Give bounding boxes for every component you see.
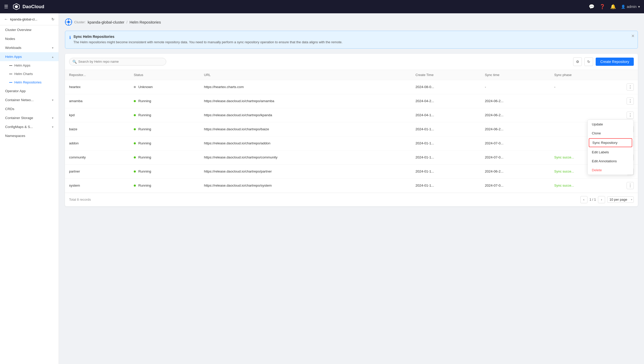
table-card: 🔍 ⚙ ↻ Create Repository Repositor... Sta (65, 54, 638, 206)
table-row: baize Running https://release.daocloud.i… (65, 122, 638, 136)
status-dot-icon (134, 142, 136, 144)
row-actions-button[interactable]: ⋮ (627, 182, 634, 189)
sync-phase-value: Sync succe... (554, 169, 574, 173)
sidebar-item-container-storage[interactable]: Container Storage ▾ (0, 113, 59, 122)
table-row: system Running https://release.daocloud.… (65, 178, 638, 192)
sync-phase-value: - (554, 85, 556, 89)
col-actions (623, 70, 638, 80)
cell-actions: ⋮ UpdateCloneSync RepositoryEdit LabelsE… (623, 108, 638, 122)
sidebar-item-cluster-overview[interactable]: Cluster Overview (0, 25, 59, 34)
prev-page-button[interactable]: ‹ (580, 196, 587, 203)
table-row: heartex Unknown https://heartex.charts.c… (65, 80, 638, 94)
cluster-label: Cluster: (74, 20, 86, 24)
search-input[interactable] (78, 60, 163, 63)
user-chevron-icon: ▾ (638, 5, 640, 9)
sidebar-item-operator-app[interactable]: Operator App (0, 87, 59, 95)
status-text: Unknown (138, 85, 153, 89)
sidebar-item-workloads[interactable]: Workloads ▾ (0, 43, 59, 52)
cell-status: Running (130, 164, 200, 178)
menu-item-update[interactable]: Update (588, 120, 633, 129)
notification-icon[interactable]: 🔔 (610, 4, 616, 9)
alert-close-button[interactable]: ✕ (631, 34, 635, 38)
status-text: Running (138, 184, 151, 187)
cell-actions: ⋮ (623, 178, 638, 192)
message-icon[interactable]: 💬 (589, 4, 594, 9)
row-actions-button[interactable]: ⋮ UpdateCloneSync RepositoryEdit LabelsE… (627, 112, 634, 119)
sub-dash-icon (9, 65, 12, 66)
sidebar-item-namespaces[interactable]: Namespaces (0, 131, 59, 140)
per-page-select[interactable]: 10 per page 20 per page 50 per page (607, 196, 634, 203)
sidebar-item-nodes[interactable]: Nodes (0, 34, 59, 43)
settings-icon-button[interactable]: ⚙ (573, 57, 582, 66)
cell-status: Running (130, 178, 200, 192)
sync-phase-value: Sync succe... (554, 184, 574, 187)
cell-name: amamba (65, 94, 130, 108)
alert-body: The Helm repositories might become incon… (73, 40, 342, 45)
col-create-time: Create Time (411, 70, 481, 80)
user-avatar-icon: 👤 (621, 5, 625, 9)
status-dot-icon (134, 185, 136, 187)
cell-name: community (65, 150, 130, 164)
cell-status: Running (130, 108, 200, 122)
menu-item-sync-repo[interactable]: Sync Repository (589, 138, 632, 147)
logo-icon (12, 3, 20, 11)
status-dot-icon (134, 170, 136, 173)
menu-item-clone[interactable]: Clone (588, 129, 633, 138)
per-page-wrapper: 10 per page 20 per page 50 per page ▾ (607, 196, 634, 203)
menu-item-edit-annotations[interactable]: Edit Annotations (588, 157, 633, 166)
alert-info-icon: ℹ (69, 35, 71, 40)
helm-apps-chevron-icon: ▴ (52, 55, 53, 59)
col-sync-phase: Sync phase (550, 70, 623, 80)
breadcrumb-page-title: Helm Repositories (129, 20, 161, 24)
cell-create-time: 2024-04-1... (411, 108, 481, 122)
sidebar-item-helm-charts[interactable]: Helm Charts (0, 70, 59, 78)
sidebar-item-helm-apps-sub[interactable]: Helm Apps (0, 61, 59, 70)
refresh-cluster-icon[interactable]: ↻ (51, 17, 54, 21)
nav-icons: 💬 ❓ 🔔 👤 admin ▾ (589, 4, 640, 9)
sidebar-item-crds[interactable]: CRDs (0, 104, 59, 113)
total-records: Total 8 records (69, 198, 91, 201)
sub-dash-icon (9, 82, 12, 83)
sidebar-item-helm-apps[interactable]: Helm Apps ▴ (0, 52, 59, 61)
repositories-table: Repositor... Status URL Create Time Sync… (65, 70, 638, 193)
menu-item-edit-labels[interactable]: Edit Labels (588, 148, 633, 157)
help-icon[interactable]: ❓ (599, 4, 605, 9)
next-page-button[interactable]: › (598, 196, 605, 203)
user-menu[interactable]: 👤 admin ▾ (621, 5, 640, 9)
sidebar-cluster-name: kpanda-global-cl... (10, 17, 49, 21)
table-footer: Total 8 records ‹ 1 / 1 › 10 per page 20… (65, 193, 638, 206)
sidebar-item-helm-repositories[interactable]: Helm Repositories (0, 78, 59, 87)
container-storage-chevron-icon: ▾ (52, 116, 53, 120)
hamburger-menu[interactable]: ☰ (4, 4, 8, 9)
cell-name: kpd (65, 108, 130, 122)
app-name: DaoCloud (23, 4, 44, 9)
col-repository: Repositor... (65, 70, 130, 80)
table-row: amamba Running https://release.daocloud.… (65, 94, 638, 108)
cell-sync-phase: - (550, 80, 623, 94)
menu-item-delete[interactable]: Delete (588, 166, 633, 175)
sidebar-item-container-network[interactable]: Container Netwo... ▾ (0, 95, 59, 104)
back-arrow-icon[interactable]: ← (4, 17, 8, 22)
table-toolbar: 🔍 ⚙ ↻ Create Repository (65, 54, 638, 70)
cell-url: https://release.daocloud.io/chartrepo/ba… (200, 122, 412, 136)
create-repository-button[interactable]: Create Repository (596, 58, 634, 66)
refresh-icon: ↻ (587, 60, 590, 64)
cell-sync-time: 2024-06-2... (481, 108, 550, 122)
status-text: Running (138, 155, 151, 159)
cell-sync-time: 2024-07-0... (481, 178, 550, 192)
cell-sync-time: - (481, 80, 550, 94)
table-row: partner Running https://release.daocloud… (65, 164, 638, 178)
col-url: URL (200, 70, 412, 80)
cell-sync-time: 2024-06-2... (481, 164, 550, 178)
status-dot-icon (134, 156, 136, 158)
refresh-icon-button[interactable]: ↻ (584, 57, 593, 66)
row-actions-button[interactable]: ⋮ (627, 98, 634, 105)
search-icon: 🔍 (72, 60, 77, 64)
cell-name: partner (65, 164, 130, 178)
row-actions-button[interactable]: ⋮ (627, 83, 634, 91)
cell-status: Running (130, 122, 200, 136)
cell-sync-time: 2024-06-2... (481, 122, 550, 136)
sidebar-item-configmaps[interactable]: ConfigMaps & S... ▾ (0, 122, 59, 131)
search-box[interactable]: 🔍 (69, 58, 166, 66)
status-text: Running (138, 99, 151, 103)
